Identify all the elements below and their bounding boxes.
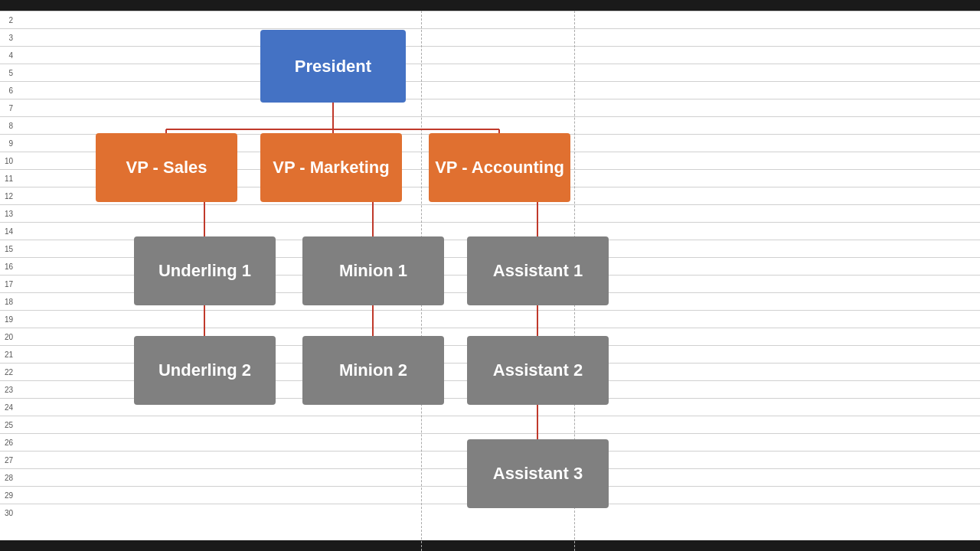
row-num: 29: [0, 486, 15, 504]
underling2-label: Underling 2: [158, 360, 251, 380]
row-num: 16: [0, 257, 15, 275]
minion2-box: Minion 2: [302, 336, 444, 405]
row-num: 5: [0, 64, 15, 81]
underling1-label: Underling 1: [158, 261, 251, 281]
row-numbers: 2 3 4 5 6 7 8 9 10 11 12 13 14 15 16 17 …: [0, 11, 15, 551]
row-num: 21: [0, 345, 15, 363]
row-num: 4: [0, 46, 15, 64]
row-num: 9: [0, 134, 15, 152]
row-num: 7: [0, 99, 15, 116]
row-num: 14: [0, 222, 15, 240]
row-num: 20: [0, 328, 15, 345]
row-num: 8: [0, 116, 15, 134]
vp-marketing-box: VP - Marketing: [260, 133, 402, 202]
row-num: 24: [0, 398, 15, 416]
vp-sales-box: VP - Sales: [96, 133, 237, 202]
minion1-label: Minion 1: [339, 261, 407, 281]
row-num: 28: [0, 468, 15, 486]
minion2-label: Minion 2: [339, 360, 407, 380]
president-label: President: [295, 57, 371, 77]
assistant2-label: Assistant 2: [493, 360, 583, 380]
vp-sales-label: VP - Sales: [126, 158, 207, 178]
row-num: 26: [0, 433, 15, 451]
row-num: 23: [0, 380, 15, 398]
org-chart: President VP - Sales VP - Marketing VP -…: [15, 11, 980, 540]
underling2-box: Underling 2: [134, 336, 276, 405]
row-num: 10: [0, 152, 15, 169]
vp-accounting-label: VP - Accounting: [435, 158, 564, 178]
row-num: 22: [0, 363, 15, 380]
row-num: 6: [0, 81, 15, 99]
row-num: 30: [0, 504, 15, 521]
assistant3-box: Assistant 3: [467, 439, 609, 508]
row-num: 27: [0, 451, 15, 468]
row-num: 19: [0, 310, 15, 328]
president-box: President: [260, 30, 406, 103]
row-num: 3: [0, 28, 15, 46]
row-num: 11: [0, 169, 15, 187]
vp-marketing-label: VP - Marketing: [273, 158, 389, 178]
row-num: 15: [0, 240, 15, 257]
row-num: 2: [0, 11, 15, 28]
underling1-box: Underling 1: [134, 236, 276, 305]
top-bar: [0, 0, 980, 11]
assistant1-box: Assistant 1: [467, 236, 609, 305]
spreadsheet-bg: 2 3 4 5 6 7 8 9 10 11 12 13 14 15 16 17 …: [0, 0, 980, 551]
vp-accounting-box: VP - Accounting: [429, 133, 570, 202]
assistant1-label: Assistant 1: [493, 261, 583, 281]
assistant3-label: Assistant 3: [493, 464, 583, 484]
minion1-box: Minion 1: [302, 236, 444, 305]
row-num: 17: [0, 275, 15, 292]
row-num: 12: [0, 187, 15, 204]
assistant2-box: Assistant 2: [467, 336, 609, 405]
row-num: 18: [0, 292, 15, 310]
row-num: 13: [0, 204, 15, 222]
row-num: 25: [0, 416, 15, 433]
